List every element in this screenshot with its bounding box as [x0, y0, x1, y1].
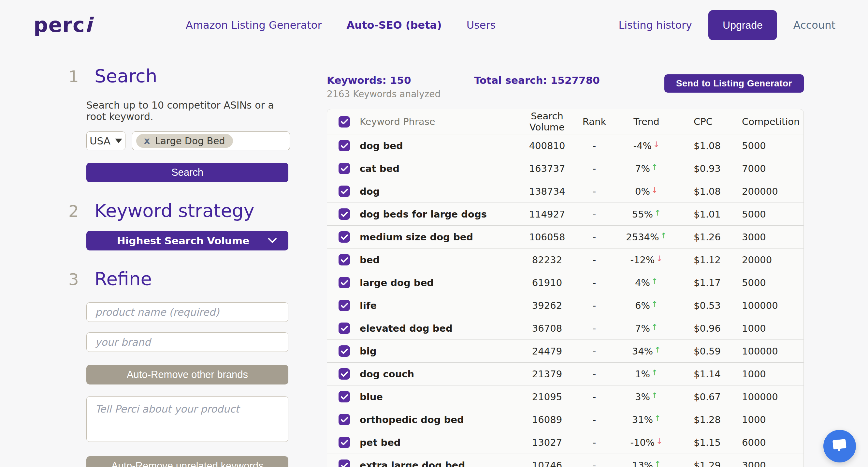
- auto-remove-unrelated-button[interactable]: Auto-Remove unrelated keywords: [86, 456, 288, 467]
- product-name-field[interactable]: [86, 302, 288, 322]
- cell-cpc: $1.14: [679, 369, 741, 380]
- cell-search-volume: 61910: [519, 277, 575, 288]
- country-value: USA: [90, 135, 111, 147]
- row-checkbox[interactable]: [339, 323, 350, 334]
- cell-keyword: pet bed: [360, 437, 519, 448]
- trend-up-arrow-icon: ↑: [654, 345, 661, 354]
- checkmark-icon: [341, 234, 348, 240]
- chip-remove-icon[interactable]: x: [144, 136, 150, 145]
- checkmark-icon: [341, 394, 348, 400]
- nav-auto-seo[interactable]: Auto-SEO (beta): [347, 19, 442, 31]
- cell-trend: 7%↑: [614, 323, 679, 334]
- table-row: dog bed 400810 - -4%↓ $1.08 5000: [327, 134, 804, 157]
- cell-search-volume: 400810: [519, 140, 575, 151]
- row-checkbox[interactable]: [339, 254, 350, 265]
- chevron-down-icon: [115, 139, 122, 143]
- cell-rank: -: [575, 391, 614, 402]
- row-checkbox[interactable]: [339, 277, 350, 288]
- country-select[interactable]: USA: [86, 132, 125, 150]
- cell-rank: -: [575, 460, 614, 467]
- product-description-field[interactable]: [86, 396, 288, 442]
- header-cpc[interactable]: CPC: [679, 116, 741, 127]
- checkmark-icon: [341, 303, 348, 309]
- search-button[interactable]: Search: [86, 163, 288, 182]
- nav-users[interactable]: Users: [467, 19, 496, 31]
- cell-competition: 1000: [741, 323, 804, 334]
- cell-competition: 100000: [741, 346, 804, 357]
- table-row: elevated dog bed 36708 - 7%↑ $0.96 1000: [327, 317, 804, 340]
- cell-competition: 5000: [741, 277, 804, 288]
- row-checkbox[interactable]: [339, 368, 350, 380]
- row-checkbox[interactable]: [339, 414, 350, 425]
- row-checkbox[interactable]: [339, 300, 350, 311]
- row-checkbox[interactable]: [339, 460, 350, 467]
- chat-bubble-icon: [831, 438, 848, 454]
- row-checkbox[interactable]: [339, 208, 350, 220]
- trend-up-arrow-icon: ↑: [651, 368, 658, 377]
- cell-competition: 1000: [741, 369, 804, 380]
- upgrade-button[interactable]: Upgrade: [708, 10, 777, 40]
- header-keyword-phrase[interactable]: Keyword Phrase: [360, 116, 519, 127]
- results-summary: Keywords: 150 2163 Keywords analyzed Tot…: [327, 75, 804, 100]
- cell-cpc: $1.17: [679, 277, 741, 288]
- table-row: pet bed 13027 - -10%↓ $1.15 6000: [327, 431, 804, 454]
- cell-search-volume: 106058: [519, 232, 575, 243]
- logo-i: i: [85, 13, 92, 37]
- header-trend[interactable]: Trend: [614, 116, 679, 127]
- table-row: cat bed 163737 - 7%↑ $0.93 7000: [327, 157, 804, 180]
- row-checkbox[interactable]: [339, 437, 350, 448]
- cell-search-volume: 16089: [519, 414, 575, 425]
- table-row: blue 21095 - 3%↑ $0.67 100000: [327, 385, 804, 408]
- brand-field[interactable]: [86, 332, 288, 352]
- cell-cpc: $0.96: [679, 323, 741, 334]
- keyword-strategy-select[interactable]: Highest Search Volume: [86, 231, 288, 251]
- select-all-checkbox[interactable]: [339, 116, 350, 127]
- cell-keyword: big: [360, 346, 519, 357]
- step1-header: 1 Search: [68, 65, 290, 86]
- checkmark-icon: [341, 211, 348, 217]
- step3-title: Refine: [94, 268, 152, 289]
- nav-amazon-listing-generator[interactable]: Amazon Listing Generator: [186, 19, 322, 31]
- cell-search-volume: 10746: [519, 460, 575, 467]
- cell-keyword: bed: [360, 254, 519, 265]
- cell-keyword: dog bed: [360, 140, 519, 151]
- keyword-chip: x Large Dog Bed: [136, 134, 233, 148]
- cell-cpc: $0.59: [679, 346, 741, 357]
- strategy-selected-value: Highest Search Volume: [98, 235, 268, 246]
- cell-cpc: $0.53: [679, 300, 741, 311]
- row-checkbox[interactable]: [339, 140, 350, 151]
- row-checkbox[interactable]: [339, 231, 350, 243]
- row-checkbox[interactable]: [339, 163, 350, 174]
- row-checkbox[interactable]: [339, 391, 350, 402]
- cell-rank: -: [575, 369, 614, 380]
- table-row: dog 138734 - 0%↓ $1.08 200000: [327, 180, 804, 203]
- cell-keyword: elevated dog bed: [360, 323, 519, 334]
- cell-rank: -: [575, 346, 614, 357]
- cell-search-volume: 39262: [519, 300, 575, 311]
- cell-cpc: $1.15: [679, 437, 741, 448]
- header-search-volume[interactable]: Search Volume: [519, 111, 575, 133]
- trend-up-arrow-icon: ↑: [654, 414, 661, 423]
- send-to-listing-generator-button[interactable]: Send to Listing Generator: [664, 75, 804, 93]
- header-competition[interactable]: Competition: [741, 116, 804, 127]
- perci-logo[interactable]: perci: [34, 13, 92, 37]
- cell-competition: 20000: [741, 254, 804, 265]
- checkmark-icon: [341, 280, 348, 286]
- row-checkbox[interactable]: [339, 345, 350, 357]
- step3-number: 3: [68, 270, 77, 289]
- nav-listing-history[interactable]: Listing history: [618, 19, 692, 31]
- cell-keyword: medium size dog bed: [360, 232, 519, 243]
- trend-down-arrow-icon: ↓: [656, 437, 662, 446]
- row-checkbox[interactable]: [339, 185, 350, 197]
- cell-rank: -: [575, 414, 614, 425]
- asin-keyword-input[interactable]: x Large Dog Bed: [132, 132, 290, 150]
- cell-keyword: extra large dog bed: [360, 460, 519, 467]
- trend-down-arrow-icon: ↓: [653, 140, 659, 149]
- header-rank[interactable]: Rank: [575, 116, 614, 127]
- auto-remove-brands-button[interactable]: Auto-Remove other brands: [86, 365, 288, 384]
- nav-account[interactable]: Account: [794, 19, 835, 31]
- trend-up-arrow-icon: ↑: [654, 460, 661, 467]
- cell-trend: 3%↑: [614, 391, 679, 402]
- chat-launcher-button[interactable]: [824, 430, 856, 462]
- cell-keyword: dog beds for large dogs: [360, 209, 519, 220]
